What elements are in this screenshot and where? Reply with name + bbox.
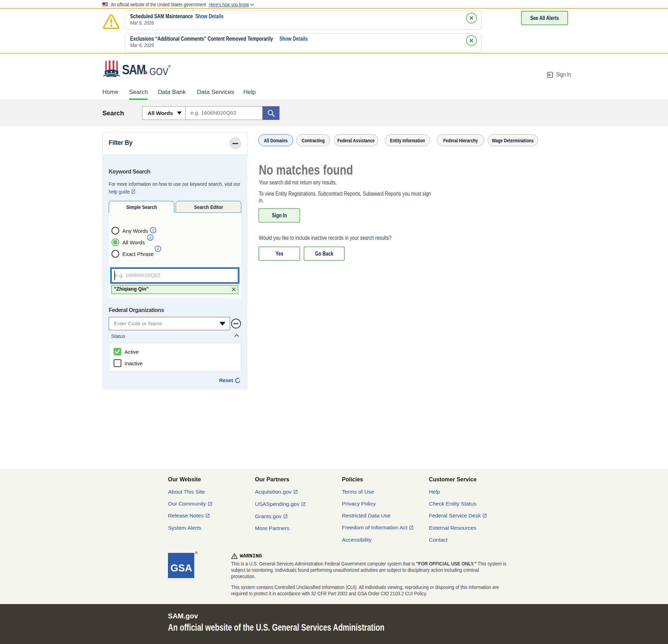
svg-text:i: i bbox=[157, 246, 159, 251]
svg-text:i: i bbox=[150, 235, 151, 240]
svg-text:i: i bbox=[153, 228, 154, 233]
svg-text:GOV: GOV bbox=[149, 66, 168, 77]
svg-text:®: ® bbox=[168, 64, 171, 68]
svg-text:SAM: SAM bbox=[122, 62, 145, 77]
